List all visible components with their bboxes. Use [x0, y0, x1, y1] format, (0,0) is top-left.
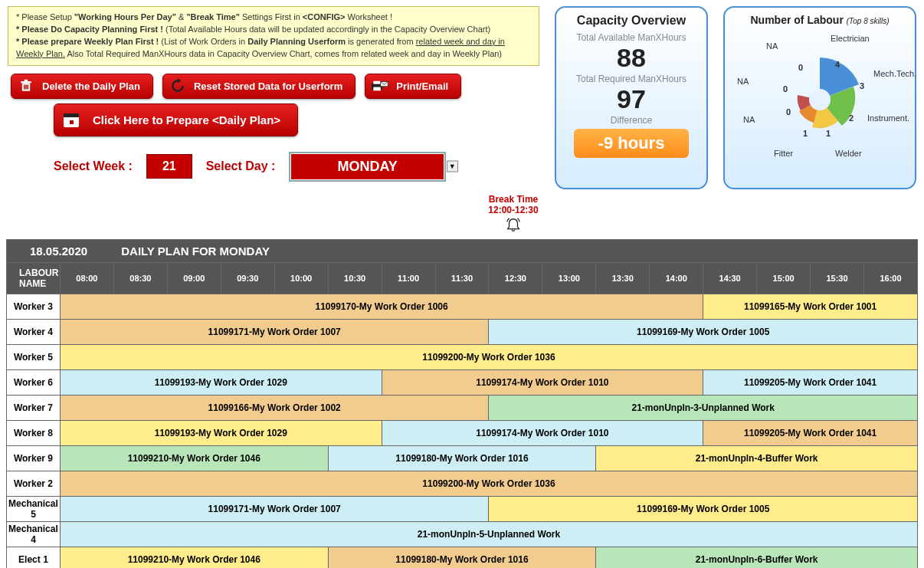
- work-order-block[interactable]: 11099205-My Work Order 1041: [703, 420, 918, 445]
- prepare-daily-plan-label: Click Here to Prepare <Daily Plan>: [93, 113, 280, 126]
- time-header: 11:00: [382, 262, 435, 294]
- gantt-row: Worker 811099193-My Work Order 102911099…: [7, 420, 918, 445]
- work-order-block[interactable]: 11099205-My Work Order 1041: [703, 369, 918, 395]
- chart-value-3: 1: [826, 129, 831, 138]
- worker-name-cell: Worker 4: [7, 319, 61, 344]
- chart-value-4: 1: [803, 129, 808, 138]
- print-email-button[interactable]: Print/Email: [365, 74, 461, 99]
- svg-rect-7: [374, 81, 381, 84]
- time-header: 08:00: [60, 262, 113, 294]
- work-order-block[interactable]: 11099171-My Work Order 1007: [60, 319, 489, 344]
- worker-name-cell: Worker 8: [7, 420, 61, 445]
- svg-rect-5: [28, 85, 29, 90]
- time-header: 13:00: [542, 262, 596, 294]
- work-order-block[interactable]: 11099200-My Work Order 1036: [60, 344, 917, 369]
- work-order-block[interactable]: 11099174-My Work Order 1010: [382, 420, 703, 445]
- time-header: 14:00: [650, 262, 703, 294]
- labour-chart-title: Number of Labour (Top 8 skills): [736, 14, 904, 26]
- gantt-row: Worker 411099171-My Work Order 100711099…: [7, 319, 918, 344]
- worker-name-cell: Worker 6: [7, 369, 61, 395]
- labour-doughnut-chart: Electrician Mech.Tech. Instrument. Welde…: [736, 31, 904, 169]
- work-order-block[interactable]: 11099193-My Work Order 1029: [60, 369, 382, 395]
- labour-chart-card: Number of Labour (Top 8 skills): [723, 6, 916, 189]
- trash-icon: [18, 78, 34, 94]
- chart-label-na3: NA: [766, 41, 778, 51]
- chart-value-7: 0: [798, 63, 803, 72]
- prepare-daily-plan-button[interactable]: Click Here to Prepare <Daily Plan>: [54, 103, 298, 136]
- svg-rect-4: [25, 85, 27, 90]
- calendar-icon: [61, 112, 82, 127]
- time-header: 13:30: [596, 262, 650, 294]
- chart-label-instrument: Instrument.: [867, 113, 909, 123]
- chart-value-5: 0: [786, 107, 791, 117]
- time-header: 08:30: [113, 262, 167, 294]
- week-value[interactable]: 21: [146, 154, 192, 179]
- worker-name-cell: Worker 9: [7, 445, 61, 471]
- worker-name-cell: Worker 2: [7, 471, 61, 496]
- work-order-block[interactable]: 21-monUnpln-5-Unplanned Work: [60, 521, 917, 547]
- required-hours-label: Total Required ManXHours: [567, 74, 696, 84]
- available-hours-value: 88: [567, 44, 696, 71]
- time-header: 09:00: [167, 262, 221, 294]
- gantt-row: Worker 611099193-My Work Order 102911099…: [7, 369, 918, 395]
- time-header: 14:30: [703, 262, 757, 294]
- work-order-block[interactable]: 11099193-My Work Order 1029: [60, 420, 382, 445]
- break-time-label: Break Time 12:00-12:30: [483, 194, 544, 215]
- capacity-overview-card: Capacity Overview Total Available ManXHo…: [555, 6, 708, 189]
- time-header: 16:00: [864, 262, 918, 294]
- difference-value: -9 hours: [574, 129, 689, 158]
- chart-label-na2: NA: [737, 77, 749, 86]
- gantt-row: Worker 711099166-My Work Order 100221-mo…: [7, 395, 918, 420]
- work-order-block[interactable]: 21-monUnpln-6-Buffer Work: [596, 547, 918, 568]
- work-order-block[interactable]: 11099166-My Work Order 1002: [60, 395, 489, 420]
- worker-name-cell: Worker 7: [7, 395, 61, 420]
- chart-label-fitter: Fitter: [774, 149, 793, 158]
- print-email-label: Print/Email: [396, 80, 448, 92]
- chart-label-electrician: Electrician: [831, 34, 870, 43]
- gantt-row: Worker 911099210-My Work Order 104611099…: [7, 445, 918, 471]
- worker-name-cell: Worker 3: [7, 294, 61, 319]
- chart-value-1: 3: [860, 81, 864, 90]
- reset-data-label: Reset Stored Data for Userform: [194, 80, 342, 92]
- work-order-block[interactable]: 21-monUnpln-4-Buffer Work: [596, 445, 918, 471]
- svg-rect-11: [64, 113, 79, 117]
- delete-plan-button[interactable]: Delete the Daily Plan: [11, 74, 153, 99]
- svg-rect-8: [374, 87, 381, 91]
- day-selector[interactable]: MONDAY ▼: [289, 152, 445, 182]
- time-header: 15:30: [811, 262, 864, 294]
- worker-name-cell: Elect 1: [7, 547, 61, 568]
- difference-label: Difference: [567, 115, 696, 126]
- work-order-block[interactable]: 11099180-My Work Order 1016: [328, 547, 596, 568]
- work-order-block[interactable]: 11099165-My Work Order 1001: [703, 294, 918, 319]
- daily-plan-table: 18.05.2020 DAILY PLAN FOR MONDAY LABOUR …: [6, 239, 918, 568]
- worker-name-cell: Mechanical 5: [7, 496, 61, 521]
- work-order-block[interactable]: 11099210-My Work Order 1046: [60, 445, 328, 471]
- capacity-title: Capacity Overview: [567, 14, 696, 28]
- work-order-block[interactable]: 11099200-My Work Order 1036: [60, 471, 917, 496]
- worker-name-cell: Worker 5: [7, 344, 61, 369]
- work-order-block[interactable]: 11099169-My Work Order 1005: [489, 319, 918, 344]
- available-hours-label: Total Available ManXHours: [567, 32, 696, 43]
- work-order-block[interactable]: 11099180-My Work Order 1016: [328, 445, 596, 471]
- chart-value-6: 0: [783, 84, 788, 94]
- svg-point-13: [809, 89, 831, 110]
- work-order-block[interactable]: 11099174-My Work Order 1010: [382, 369, 703, 395]
- time-header: 09:30: [221, 262, 274, 294]
- day-value: MONDAY: [291, 154, 443, 179]
- gantt-row: Worker 311099170-My Work Order 100611099…: [7, 294, 918, 319]
- work-order-block[interactable]: 11099169-My Work Order 1005: [489, 496, 918, 521]
- bell-icon: [498, 217, 529, 236]
- work-order-block[interactable]: 11099170-My Work Order 1006: [60, 294, 703, 319]
- chart-label-mechtech: Mech.Tech.: [873, 69, 916, 78]
- work-order-block[interactable]: 11099210-My Work Order 1046: [60, 547, 328, 568]
- chevron-down-icon[interactable]: ▼: [447, 161, 458, 172]
- work-order-block[interactable]: 11099171-My Work Order 1007: [60, 496, 489, 521]
- delete-plan-label: Delete the Daily Plan: [42, 80, 140, 92]
- print-mail-icon: [372, 78, 388, 94]
- work-order-block[interactable]: 21-monUnpln-3-Unplanned Work: [489, 395, 918, 420]
- plan-header: 18.05.2020 DAILY PLAN FOR MONDAY: [7, 239, 918, 262]
- reset-data-button[interactable]: Reset Stored Data for Userform: [162, 74, 356, 99]
- chart-label-na1: NA: [743, 115, 755, 124]
- gantt-row: Elect 111099210-My Work Order 1046110991…: [7, 547, 918, 568]
- select-day-label: Select Day :: [206, 159, 276, 173]
